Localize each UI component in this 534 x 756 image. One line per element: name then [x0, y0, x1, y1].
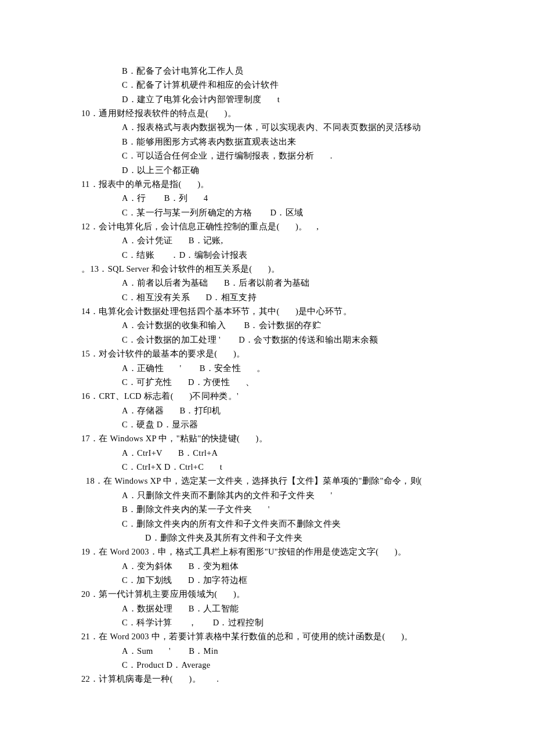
text-line: 18．在 Windows XP 中，选定某一文件夹，选择执行【文件】菜单项的"删…	[81, 474, 534, 488]
text-line: A．变为斜体 B．变为粗体	[122, 559, 534, 573]
text-line: C．科学计算 ， D．过程控制	[122, 615, 534, 629]
text-line: C．Product D．Average	[122, 658, 534, 672]
text-line: A．只删除文件夹而不删除其内的文件和子文件夹 '	[122, 488, 534, 502]
text-line: C．加下划线 D．加字符边框	[122, 573, 534, 587]
text-line: 15．对会计软件的最基本的要求是( )。	[81, 347, 534, 361]
text-line: A．存储器 B．打印机	[122, 404, 534, 417]
text-line: C．CtrI+X D．Ctrl+C t	[122, 460, 534, 474]
text-line: A．会计数据的收集和输入 B．会计数据的存贮	[122, 318, 534, 332]
text-line: 22．计算机病毒是一种( )。 .	[81, 672, 534, 686]
text-line: C．结账 ．D．编制会计报表	[122, 248, 534, 262]
text-line: 。13．SQL Server 和会计软件的相互关系是( )。	[81, 262, 534, 276]
text-line: A．数据处理 B．人工智能	[122, 602, 534, 615]
text-line: A．Sum ' B．Min	[122, 644, 534, 658]
text-line: C．某一行与某一列所确定的方格 D．区域	[122, 206, 534, 219]
text-line: A．会计凭证 B．记账,	[122, 233, 534, 247]
text-line: 12．会计电算化后，会计信息正确性控制的重点是( )。 ,	[81, 219, 534, 233]
text-line: A．行 B．列 4	[122, 191, 534, 205]
text-line: 16．CRT、LCD 标志着( )不同种类。'	[81, 389, 534, 403]
text-line: C．硬盘 D．显示器	[122, 417, 534, 431]
text-line: D．以上三个都正确	[122, 163, 534, 177]
text-line: A．CtrI+V B．Ctrl+A	[122, 446, 534, 460]
text-line: C．可扩充性 D．方便性 、	[122, 375, 534, 389]
text-line: D．删除文件夹及其所有文件和子文件夹	[145, 531, 534, 545]
text-line: 14．电算化会计数据处理包括四个基本环节，其中( )是中心环节。	[81, 304, 534, 318]
text-line: 19．在 Word 2003．申，格式工具栏上标有图形"U"按钮的作用是使选定文…	[81, 545, 534, 559]
text-line: A．报表格式与表内数据视为一体，可以实现表内、不同表页数据的灵活移动	[122, 120, 534, 134]
text-line: 21．在 Word 2003 中，若要计算表格中某行数值的总和，可使用的统计函数…	[81, 629, 534, 643]
text-line: C．相互没有关系 D．相互支持	[122, 290, 534, 304]
text-line: 17．在 Windows XP 中，"粘贴"的快捷键( )。	[81, 431, 534, 445]
text-line: A．前者以后者为基础 B．后者以前者为基础	[122, 276, 534, 290]
exam-document: B．配备了会计电算化工作人员C．配备了计算机硬件和相应的会计软件D．建立了电算化…	[81, 64, 534, 686]
text-line: B．能够用图形方式将表内数据直观表达出来	[122, 135, 534, 149]
text-line: 20．第一代计算机主要应用领域为( )。	[81, 587, 534, 601]
text-line: 10．通用财经报表软件的特点是( )。	[81, 106, 534, 120]
text-line: C．配备了计算机硬件和相应的会计软件	[122, 78, 534, 92]
text-line: C．删除文件夹内的所有文件和子文件夹而不删除文件夹	[122, 517, 534, 531]
text-line: B．配备了会计电算化工作人员	[122, 64, 534, 78]
text-line: 11．报表中的单元格是指( )。	[81, 177, 534, 191]
text-line: D．建立了电算化会计内部管理制度 t	[122, 92, 534, 106]
text-line: A．正确性 ' B．安全性 。	[122, 361, 534, 375]
text-line: C．可以适合任何企业，进行编制报表，数据分析 .	[122, 149, 534, 163]
text-line: C．会计数据的加工处理 ' D．会寸数据的传送和输出期末余额	[122, 333, 534, 347]
text-line: B．删除文件夹内的某一子文件夹 '	[122, 502, 534, 516]
